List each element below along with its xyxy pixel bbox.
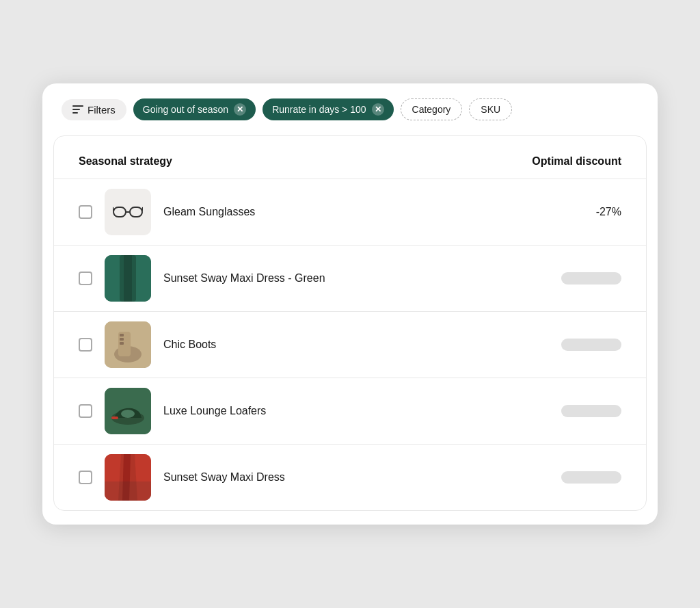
filter-chip-runrate-label: Runrate in days > 100	[272, 104, 366, 115]
content-card: Seasonal strategy Optimal discount Gleam	[53, 135, 647, 511]
svg-rect-17	[111, 417, 118, 419]
svg-rect-13	[120, 342, 124, 345]
svg-line-3	[113, 207, 113, 211]
product-name: Sunset Sway Maxi Dress - Green	[163, 272, 549, 285]
filter-chip-runrate-close[interactable]: ✕	[372, 103, 384, 116]
product-image-sunset-sway-dress	[105, 454, 151, 501]
discount-value: -27%	[539, 206, 621, 218]
row-checkbox-sunset-sway-dress[interactable]	[79, 471, 92, 484]
filter-chip-runrate[interactable]: Runrate in days > 100 ✕	[262, 98, 393, 120]
product-image-luxe-lounge-loafers	[105, 388, 151, 434]
filters-button[interactable]: Filters	[62, 99, 126, 120]
filter-bar: Filters Going out of season ✕ Runrate in…	[42, 83, 658, 135]
table-row: Chic Boots	[54, 312, 646, 378]
discount-skeleton	[561, 405, 621, 417]
filter-chip-season[interactable]: Going out of season ✕	[133, 98, 256, 120]
boots-image	[105, 321, 151, 368]
table-row: Sunset Sway Maxi Dress - Green	[54, 246, 646, 312]
filters-label: Filters	[88, 104, 116, 116]
loafers-image	[105, 388, 151, 434]
svg-rect-11	[120, 334, 124, 336]
table-header: Seasonal strategy Optimal discount	[54, 136, 646, 179]
table-row: Luxe Lounge Loafers	[54, 378, 646, 445]
product-image-sunset-sway-green	[105, 255, 151, 302]
discount-skeleton	[561, 471, 621, 484]
discount-skeleton	[561, 272, 621, 285]
product-image-gleam-sunglasses	[105, 189, 151, 235]
row-checkbox-chic-boots[interactable]	[79, 338, 92, 352]
product-name: Sunset Sway Maxi Dress	[163, 471, 549, 484]
filter-lines-icon	[72, 105, 83, 114]
svg-line-4	[142, 207, 143, 211]
filter-chip-sku[interactable]: SKU	[469, 98, 512, 120]
svg-point-16	[121, 410, 135, 418]
svg-rect-7	[124, 255, 132, 302]
table-row: Gleam Sunglasses -27%	[54, 179, 646, 246]
main-card: Filters Going out of season ✕ Runrate in…	[42, 83, 658, 525]
product-name: Gleam Sunglasses	[163, 206, 527, 218]
col-left-header: Seasonal strategy	[79, 155, 172, 168]
product-image-chic-boots	[105, 321, 151, 368]
filter-chip-season-close[interactable]: ✕	[234, 103, 246, 116]
dress-red-image	[105, 454, 151, 501]
col-right-header: Optimal discount	[532, 155, 621, 168]
row-checkbox-sunset-sway-green[interactable]	[79, 272, 92, 285]
table-row: Sunset Sway Maxi Dress	[54, 445, 646, 510]
discount-skeleton	[561, 339, 621, 351]
dress-green-image	[105, 255, 151, 302]
svg-rect-1	[130, 207, 142, 217]
product-name: Chic Boots	[163, 339, 549, 351]
svg-rect-0	[113, 207, 126, 217]
filter-chip-category[interactable]: Category	[401, 98, 463, 120]
row-checkbox-gleam-sunglasses[interactable]	[79, 205, 92, 219]
filter-chip-season-label: Going out of season	[143, 104, 228, 115]
svg-rect-19	[105, 481, 151, 501]
svg-rect-12	[120, 338, 124, 341]
filter-chip-category-label: Category	[412, 104, 451, 115]
sunglasses-icon	[105, 189, 151, 235]
row-checkbox-luxe-lounge-loafers[interactable]	[79, 404, 92, 418]
product-name: Luxe Lounge Loafers	[163, 405, 549, 417]
filter-chip-sku-label: SKU	[481, 104, 500, 115]
